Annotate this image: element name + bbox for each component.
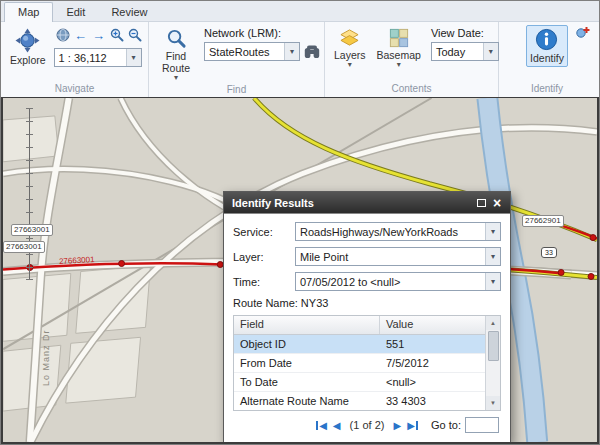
table-row[interactable]: Object ID 551 bbox=[234, 335, 485, 354]
network-lrm-label: Network (LRM): bbox=[204, 27, 321, 39]
previous-page-button[interactable] bbox=[333, 420, 341, 431]
identify-results-panel: Identify Results Service: RoadsHighways/… bbox=[223, 191, 511, 443]
map-scale-combo[interactable]: 1 : 36,112 bbox=[54, 48, 142, 67]
chevron-down-icon[interactable] bbox=[284, 43, 299, 60]
chevron-down-icon bbox=[397, 62, 401, 67]
previous-extent-button[interactable] bbox=[72, 26, 90, 44]
identify-button[interactable]: Identify bbox=[526, 25, 568, 67]
chevron-down-icon[interactable] bbox=[485, 273, 500, 290]
attributes-table: Field Value Object ID 551 From Date 7/5/… bbox=[233, 315, 501, 411]
next-page-button[interactable] bbox=[393, 420, 401, 431]
route-badge: 27663001 bbox=[11, 224, 53, 236]
service-label: Service: bbox=[233, 226, 295, 238]
identify-info-icon bbox=[535, 28, 558, 51]
identify-add-button[interactable] bbox=[575, 25, 591, 40]
service-dropdown[interactable]: RoadsHighways/NewYorkRoads bbox=[295, 222, 501, 241]
panel-body: Service: RoadsHighways/NewYorkRoads Laye… bbox=[224, 213, 510, 442]
group-contents: Layers Basemap View Date: bbox=[325, 22, 499, 97]
route-badge: 27663001 bbox=[3, 241, 45, 253]
layer-dropdown[interactable]: Mile Point bbox=[295, 247, 501, 266]
maximize-button[interactable] bbox=[473, 196, 489, 210]
arrow-right-icon bbox=[92, 28, 105, 43]
zoom-out-icon bbox=[128, 28, 142, 42]
time-dropdown[interactable]: 07/05/2012 to <null> bbox=[295, 272, 501, 291]
street-name-label: Lo Manz Dr bbox=[41, 329, 51, 386]
cell-value: <null> bbox=[380, 376, 422, 388]
explore-label: Explore bbox=[10, 54, 46, 66]
map-view[interactable]: 27663001 27663001 27662901 27663001 Lo M… bbox=[1, 97, 599, 444]
cell-field: Alternate Route Name bbox=[234, 395, 380, 407]
table-row[interactable]: Alternate Route Name 33 4303 bbox=[234, 392, 485, 410]
zoom-in-button[interactable] bbox=[108, 26, 126, 44]
chevron-down-icon[interactable] bbox=[485, 248, 500, 265]
close-button[interactable] bbox=[489, 196, 505, 210]
scroll-down-icon[interactable] bbox=[486, 396, 500, 410]
cell-value: 7/5/2012 bbox=[380, 357, 435, 369]
group-label-navigate: Navigate bbox=[1, 82, 148, 97]
chevron-down-icon[interactable] bbox=[126, 49, 141, 66]
route-name-text: Route Name: NY33 bbox=[233, 297, 501, 309]
maximize-icon bbox=[477, 199, 486, 207]
binoculars-icon bbox=[304, 45, 320, 59]
search-network-button[interactable] bbox=[303, 43, 321, 61]
route-badge: 27662901 bbox=[522, 215, 564, 227]
ribbon: Explore bbox=[1, 22, 599, 97]
tab-edit[interactable]: Edit bbox=[53, 3, 98, 21]
network-lrm-value: StateRoutes bbox=[205, 46, 284, 58]
scroll-up-icon[interactable] bbox=[486, 316, 500, 330]
first-page-icon bbox=[319, 420, 327, 431]
ribbon-tab-bar: Map Edit Review bbox=[1, 1, 599, 22]
group-label-identify: Identify bbox=[499, 82, 595, 97]
time-label: Time: bbox=[233, 276, 295, 288]
explore-globe-icon bbox=[15, 28, 40, 53]
column-header-value[interactable]: Value bbox=[380, 316, 419, 334]
table-row[interactable]: To Date <null> bbox=[234, 373, 485, 392]
group-find: Find Route Network (LRM): StateRoutes bbox=[149, 22, 325, 97]
view-date-label: View Date: bbox=[431, 27, 499, 39]
zoom-slider[interactable] bbox=[23, 108, 36, 280]
service-value: RoadsHighways/NewYorkRoads bbox=[296, 226, 485, 238]
last-page-icon bbox=[407, 420, 415, 431]
globe-icon bbox=[56, 28, 70, 42]
full-extent-button[interactable] bbox=[54, 26, 72, 44]
goto-label: Go to: bbox=[431, 419, 461, 431]
last-page-button[interactable] bbox=[407, 420, 418, 431]
panel-title: Identify Results bbox=[232, 197, 314, 209]
table-row[interactable]: From Date 7/5/2012 bbox=[234, 354, 485, 373]
first-page-button[interactable] bbox=[316, 420, 327, 431]
chevron-down-icon[interactable] bbox=[485, 223, 500, 240]
view-date-combo[interactable]: Today bbox=[431, 42, 499, 61]
find-route-button[interactable]: Find Route bbox=[154, 25, 198, 83]
view-date-value: Today bbox=[432, 46, 483, 58]
tab-review[interactable]: Review bbox=[98, 3, 160, 21]
goto-page-input[interactable] bbox=[465, 417, 499, 433]
explore-button[interactable]: Explore bbox=[6, 25, 50, 69]
identify-label: Identify bbox=[530, 52, 564, 64]
group-label-find: Find bbox=[149, 83, 324, 97]
table-scrollbar[interactable] bbox=[485, 316, 500, 410]
chevron-down-icon[interactable] bbox=[483, 43, 498, 60]
group-identify: Identify Identify bbox=[499, 22, 595, 97]
basemap-button[interactable]: Basemap bbox=[373, 25, 425, 70]
zoom-out-button[interactable] bbox=[126, 26, 144, 44]
panel-title-bar[interactable]: Identify Results bbox=[224, 192, 510, 213]
cell-value: 33 4303 bbox=[380, 395, 432, 407]
layers-button[interactable]: Layers bbox=[330, 25, 370, 70]
map-scale-value: 1 : 36,112 bbox=[55, 52, 126, 64]
layer-value: Mile Point bbox=[296, 251, 485, 263]
network-lrm-combo[interactable]: StateRoutes bbox=[204, 42, 300, 61]
next-extent-button[interactable] bbox=[90, 26, 108, 44]
route-number-label: 27663001 bbox=[59, 255, 95, 266]
scrollbar-thumb[interactable] bbox=[488, 331, 499, 361]
tab-map[interactable]: Map bbox=[4, 2, 53, 22]
time-value: 07/05/2012 to <null> bbox=[296, 276, 485, 288]
page-indicator: (1 of 2) bbox=[350, 419, 385, 431]
column-header-field[interactable]: Field bbox=[234, 316, 380, 334]
basemap-icon bbox=[389, 28, 409, 48]
route-shield: 33 bbox=[541, 247, 557, 258]
layers-icon bbox=[339, 28, 360, 48]
arrow-left-icon bbox=[74, 28, 87, 43]
identify-plus-icon bbox=[576, 26, 590, 39]
chevron-down-icon bbox=[348, 62, 352, 67]
pagination-bar: (1 of 2) Go to: bbox=[233, 413, 501, 437]
